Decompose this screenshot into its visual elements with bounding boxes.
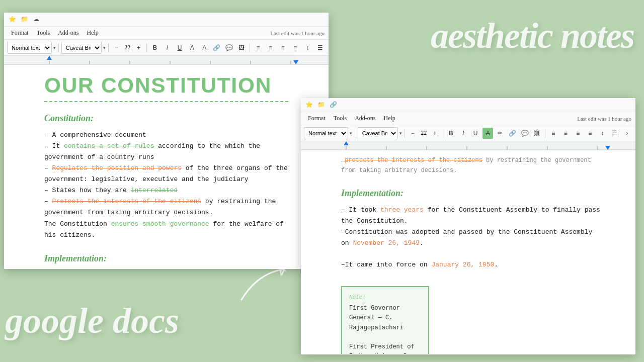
constitution-title: OUR CONSTITUTION [44,75,288,102]
left-ruler [4,56,329,65]
line4: – States how they are interrelated [44,187,178,194]
highlight-regulates: Regulates the position and powers [52,164,182,172]
folder-icon[interactable]: 📁 [20,16,28,24]
right-doc-window: ⭐ 📁 🔗 Format Tools Add-ons Help Last edi… [301,98,635,354]
format-menu-right[interactable]: Format [305,114,329,123]
font-size-increase[interactable]: + [133,42,144,53]
tools-menu[interactable]: Tools [34,28,53,38]
divider4 [250,43,250,52]
divider-r4 [545,129,545,138]
left-toolbar-top: ⭐ 📁 ☁ [4,13,329,27]
bold-btn-left[interactable]: B [149,42,160,53]
list-btn[interactable]: ☰ [314,42,326,53]
underline-btn-right[interactable]: U [470,128,480,139]
note-box: Note: First Governor General — C. Rajago… [341,286,429,354]
impl-line3: –It came into force on January 26, 1950. [341,261,498,268]
note-line1: First Governor General — C. Rajagopalach… [349,304,421,333]
star-icon-right[interactable]: ⭐ [305,101,313,109]
left-menu-bar: Format Tools Add-ons Help Last edit was … [4,27,329,40]
bold-btn-right[interactable]: B [446,128,456,139]
image-btn-left[interactable]: 🖼 [236,42,247,53]
last-edit-right: Last edit was 1 hour ago [577,116,631,122]
italic-btn-right[interactable]: I [458,128,468,139]
highlight-btn-left[interactable]: A [199,42,210,53]
impl-line1: – It took three years for the Constituen… [341,206,600,225]
right-format-bar: Normal text ▾ Caveat Bru... ▾ − 22 + B I… [301,125,635,141]
left-doc-content: OUR CONSTITUTION Constitution: – A compr… [4,65,329,268]
help-menu-right[interactable]: Help [381,114,398,123]
left-doc-window: ⭐ 📁 ☁ Format Tools Add-ons Help Last edi… [4,13,329,269]
comment-btn-right[interactable]: 💬 [519,128,530,139]
image-btn-right[interactable]: 🖼 [532,128,542,139]
right-menu-bar: Format Tools Add-ons Help Last edit was … [301,112,635,125]
addons-menu-right[interactable]: Add-ons [352,114,378,123]
line1: – A comprehensive document [44,131,146,139]
divider1 [58,43,59,52]
comment-btn-left[interactable]: 💬 [224,42,235,53]
last-edit-left: Last edit was 1 hour ago [270,30,325,36]
right-highlight-citizens: protects the interests of the citizens [345,157,482,164]
line-spacing[interactable]: ↕ [302,42,313,53]
underline-btn-left[interactable]: U [174,42,185,53]
font-select-right[interactable]: Caveat Bru... [358,127,398,139]
aesthetic-notes-text: aesthetic notes [431,15,634,57]
highlight-nov-date: November 26, 1949 [353,239,420,247]
align-left[interactable]: ≡ [253,42,264,53]
align-right[interactable]: ≡ [277,42,288,53]
line-spacing-right[interactable]: ↕ [597,128,608,139]
impl-line3-para: –It came into force on January 26, 1950. [341,259,600,270]
align-right-right[interactable]: ≡ [573,128,583,139]
highlight-rules: contains a set of rules [64,142,154,150]
link-btn-right[interactable]: 🔗 [507,128,518,139]
impl-line2: –Constitution was adopted and passed by … [341,228,592,247]
line5: – Protects the interests of the citizens… [44,198,276,216]
cloud-icon[interactable]: ☁ [32,16,40,24]
note-section: Note: First Governor General — C. Rajago… [341,281,600,354]
format-menu[interactable]: Format [8,28,32,38]
link-icon-right[interactable]: 🔗 [329,101,337,109]
link-btn-left[interactable]: 🔗 [211,42,222,53]
align-justify-right[interactable]: ≡ [585,128,595,139]
font-size-increase-right[interactable]: + [429,128,440,139]
highlight-btn-right[interactable]: ✏ [495,128,505,139]
align-left-right[interactable]: ≡ [548,128,558,139]
line3: – Regulates the position and powers of t… [44,164,288,183]
implementation-para: – It took three years for the Constituen… [341,205,600,249]
note-line3: First President of Indian Union — Dr Raj… [349,342,421,354]
font-size-right: 22 [420,129,428,137]
implementation-heading-right: Implementation: [341,186,600,201]
style-select-left[interactable]: Normal text [7,42,52,54]
align-justify[interactable]: ≡ [290,42,301,53]
highlight-interrelated: interrelated [131,187,178,194]
divider-r1 [355,129,355,138]
strikethrough-btn-left[interactable]: A [187,42,198,53]
list-btn-right[interactable]: ☰ [609,128,620,139]
font-size-decrease-right[interactable]: − [408,128,418,139]
highlight-protects: Protects the interests of the citizens [52,198,201,205]
italic-btn-left[interactable]: I [162,42,173,53]
star-icon[interactable]: ⭐ [8,16,16,24]
right-doc-content: …protects the interests of the citizens … [301,150,635,354]
help-menu[interactable]: Help [84,28,102,38]
highlight-jan-date: January 26, 1950 [431,261,494,268]
style-select-right[interactable]: Normal text [304,127,348,139]
line2: – It contains a set of rules according t… [44,142,260,161]
divider2 [108,43,109,52]
right-top-continuation: …protects the interests of the citizens … [341,155,600,175]
right-toolbar-top: ⭐ 📁 🔗 [301,98,635,112]
more-btn-right[interactable]: › [622,128,632,139]
folder-icon-right[interactable]: 📁 [317,101,325,109]
right-ruler [301,141,635,150]
note-label: Note: [349,293,421,302]
constitution-para: – A comprehensive document – It contains… [44,130,288,241]
right-line-protects: …protects the interests of the citizens … [341,157,591,174]
align-center-right[interactable]: ≡ [560,128,571,139]
tools-menu-right[interactable]: Tools [331,114,350,123]
implementation-heading-left: Implementation: [44,251,288,266]
font-select-left[interactable]: Caveat Bru... [61,42,102,54]
font-size-decrease[interactable]: − [111,42,122,53]
align-center[interactable]: ≡ [265,42,276,53]
addons-menu[interactable]: Add-ons [55,28,82,38]
strikethrough-btn-right[interactable]: A [482,128,494,139]
highlight-governance: ensures smooth governance [111,220,209,228]
